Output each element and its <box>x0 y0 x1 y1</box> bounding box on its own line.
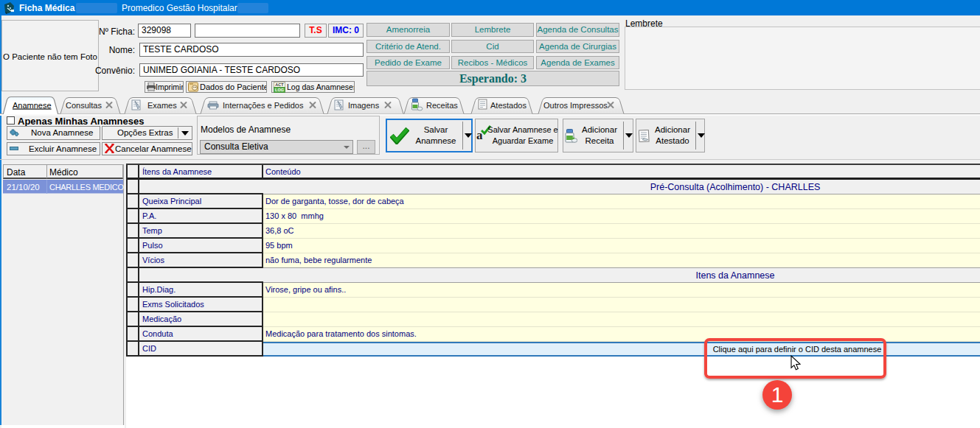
svg-text:Internações e Pedidos: Internações e Pedidos <box>223 101 304 110</box>
svg-text:Outros Impressos: Outros Impressos <box>543 101 608 110</box>
svg-text:Receitas: Receitas <box>426 101 458 110</box>
svg-text:Anamnese: Anamnese <box>13 101 52 110</box>
svg-text:Consultas: Consultas <box>66 101 102 110</box>
svg-text:Exames: Exames <box>147 101 177 110</box>
svg-text:Imagens: Imagens <box>348 101 380 110</box>
svg-text:Atestados: Atestados <box>490 101 527 110</box>
svg-text:ACT: ACT <box>275 83 284 87</box>
svg-text:LOG: LOG <box>275 88 284 92</box>
